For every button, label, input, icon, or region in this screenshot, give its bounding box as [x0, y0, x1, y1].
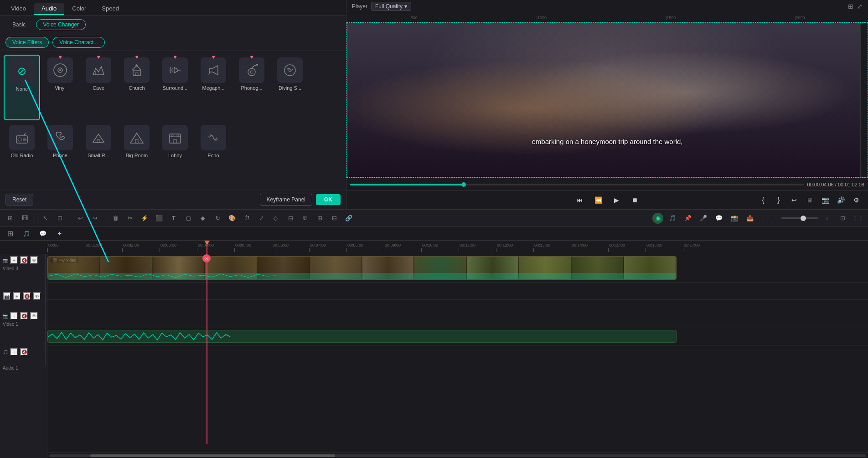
- add-track-icon[interactable]: ⊞: [4, 227, 16, 240]
- subtab-basic[interactable]: Basic: [5, 19, 32, 30]
- sliders-icon[interactable]: ⊟: [284, 212, 297, 225]
- scenes-icon[interactable]: ⊞: [4, 212, 16, 225]
- add-track-btn-a1[interactable]: +: [10, 348, 18, 356]
- filter-item-lobby[interactable]: Lobby: [157, 122, 193, 186]
- eye-btn-v2[interactable]: 👁: [33, 292, 41, 300]
- color-icon[interactable]: 🎨: [226, 212, 238, 225]
- filter-item-megaphone[interactable]: ♥ Megaph...: [195, 55, 232, 120]
- screenshot-icon[interactable]: 📷: [819, 194, 832, 206]
- bracket-right-icon[interactable]: }: [772, 194, 785, 206]
- mute-btn-v3[interactable]: 🔇: [20, 256, 28, 264]
- multicam-icon[interactable]: ⊞: [313, 212, 326, 225]
- filter-btn-voice-filters[interactable]: Voice Filters: [5, 37, 49, 48]
- zoom-in-button[interactable]: +: [821, 212, 833, 225]
- video-clip-video3[interactable]: 🎬 My Video: [47, 256, 677, 280]
- timeline-hscroll[interactable]: [47, 453, 868, 458]
- cursor-icon[interactable]: ↖: [39, 212, 52, 225]
- mic-icon[interactable]: 🎤: [697, 212, 710, 225]
- diamond-icon[interactable]: ◇: [269, 212, 282, 225]
- magic-icon[interactable]: ✦: [53, 227, 66, 240]
- reset-button[interactable]: Reset: [5, 194, 33, 206]
- filter-item-bigroom[interactable]: Big Room: [119, 122, 155, 186]
- playhead-marker[interactable]: 06: [202, 254, 211, 262]
- filter-item-surround[interactable]: ♥ Surround...: [157, 55, 193, 120]
- quality-select[interactable]: Full Quality ▾: [371, 2, 411, 11]
- stop-button[interactable]: ⏹: [628, 194, 641, 206]
- mask-icon[interactable]: ◻: [182, 212, 195, 225]
- marker-icon[interactable]: 📌: [682, 212, 694, 225]
- filter-btn-voice-charact[interactable]: Voice Charact...: [52, 37, 105, 48]
- timeline-section: ⊞ 🎞 ↖ ⊡ ↩ ↪ 🗑 ✂ ⚡ ⬛ T ◻ ◆ ↻ 🎨 ⏱ ⤢ ◇ ⊟ ⧉ …: [0, 210, 868, 458]
- tab-speed[interactable]: Speed: [94, 3, 126, 15]
- grid-icon[interactable]: ⊞: [848, 3, 853, 10]
- filter-item-oldradio[interactable]: Old Radio: [4, 122, 40, 186]
- more-icon[interactable]: ⋮⋮: [852, 212, 864, 225]
- mute-btn-a1[interactable]: 🔇: [20, 348, 28, 356]
- fit-icon[interactable]: ⊡: [836, 212, 849, 225]
- rewind-button[interactable]: ⏮: [574, 194, 586, 206]
- undo-button[interactable]: ↩: [74, 212, 87, 225]
- mute-btn-v1[interactable]: 🔇: [20, 312, 28, 320]
- timer-icon[interactable]: ⏱: [240, 212, 253, 225]
- filter-item-smallroom[interactable]: Small R...: [80, 122, 117, 186]
- zoom-thumb[interactable]: [801, 216, 806, 221]
- waveform-icon[interactable]: ◉: [652, 213, 663, 224]
- add-subtitle-icon[interactable]: 💬: [36, 227, 49, 240]
- ripple-icon[interactable]: ⊡: [53, 212, 66, 225]
- mute-btn-v2[interactable]: 🔇: [23, 292, 31, 300]
- caption-icon[interactable]: 💬: [713, 212, 725, 225]
- audio-clip-audio1[interactable]: [47, 330, 677, 343]
- play-button[interactable]: ▶: [610, 194, 623, 206]
- add-audio-icon[interactable]: 🎵: [20, 227, 33, 240]
- add-track-btn-v1[interactable]: +: [10, 312, 18, 320]
- add-track-btn-v2[interactable]: +: [13, 292, 21, 300]
- settings-icon[interactable]: ⚙: [850, 194, 863, 206]
- text-icon[interactable]: T: [167, 212, 180, 225]
- audio-icon[interactable]: 🎵: [666, 212, 679, 225]
- split-button[interactable]: ✂: [124, 212, 136, 225]
- scrubber-bar[interactable]: [350, 184, 804, 185]
- eye-btn-v1[interactable]: 👁: [30, 312, 38, 320]
- fullscreen-icon[interactable]: ⤢: [857, 3, 863, 10]
- import-icon[interactable]: 📥: [744, 212, 756, 225]
- filter-item-cave[interactable]: ♥ Cave: [80, 55, 117, 120]
- ripple-delete-icon[interactable]: ⚡: [138, 212, 151, 225]
- crop-icon[interactable]: ⬛: [153, 212, 165, 225]
- subtab-voice-changer[interactable]: Voice Changer: [36, 19, 86, 30]
- hscroll-thumb[interactable]: [90, 454, 336, 457]
- monitor-icon[interactable]: 🖥: [803, 194, 816, 206]
- hscroll-bar[interactable]: [49, 454, 866, 457]
- media-icon[interactable]: 🎞: [18, 212, 31, 225]
- step-back-button[interactable]: ⏪: [592, 194, 604, 206]
- zoom-out-button[interactable]: −: [766, 212, 779, 225]
- link-icon[interactable]: 🔗: [342, 212, 355, 225]
- copy-icon[interactable]: ⧉: [299, 212, 311, 225]
- filter-item-diving[interactable]: Diving S...: [272, 55, 308, 120]
- filter-item-church[interactable]: ♥ Church: [119, 55, 155, 120]
- scrubber-thumb[interactable]: [461, 182, 466, 187]
- keyframe-icon[interactable]: ◆: [196, 212, 209, 225]
- zoom-slider[interactable]: [781, 217, 818, 219]
- redo-button[interactable]: ↪: [88, 212, 101, 225]
- snapshot-icon[interactable]: 📸: [728, 212, 741, 225]
- ok-button[interactable]: OK: [316, 194, 341, 205]
- expand-icon[interactable]: ⤢: [255, 212, 268, 225]
- bracket-left-icon[interactable]: {: [757, 194, 770, 206]
- rotate-left-icon[interactable]: ↩: [788, 194, 801, 206]
- delete-button[interactable]: 🗑: [109, 212, 122, 225]
- split-view-icon[interactable]: ⊟: [328, 212, 341, 225]
- rotate-icon[interactable]: ↻: [211, 212, 224, 225]
- filter-item-none[interactable]: ⊘ None: [4, 55, 40, 120]
- tab-color[interactable]: Color: [65, 3, 93, 15]
- filter-icon-echo: [201, 125, 226, 150]
- filter-item-vinyl[interactable]: ♥ Vinyl: [42, 55, 78, 120]
- volume-icon[interactable]: 🔊: [834, 194, 847, 206]
- filter-item-phone[interactable]: Phone: [42, 122, 78, 186]
- tab-audio[interactable]: Audio: [34, 3, 64, 15]
- eye-btn-v3[interactable]: 👁: [30, 256, 38, 264]
- filter-item-echo[interactable]: Echo: [195, 122, 232, 186]
- tab-video[interactable]: Video: [4, 3, 33, 15]
- add-track-btn-v3[interactable]: +: [10, 256, 18, 264]
- filter-item-phonograph[interactable]: ♥ Phonog...: [233, 55, 270, 120]
- keyframe-panel-button[interactable]: Keyframe Panel: [260, 194, 312, 206]
